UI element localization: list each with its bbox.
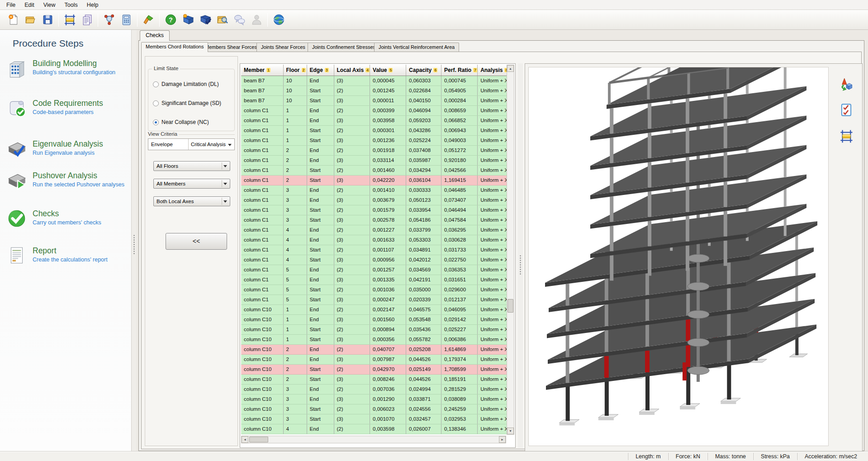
table-row[interactable]: column C101Start(3)0,0003560,0557820,006… [241, 334, 509, 344]
toolbar-open-project-button[interactable] [22, 12, 38, 28]
radio-significant-damage[interactable]: Significant Damage (SD) [153, 100, 221, 106]
col-edge[interactable]: Edge3 [307, 65, 334, 76]
sidebar-item-checks[interactable]: Checks Carry out members' checks [5, 208, 127, 233]
table-row[interactable]: column C11Start(3)0,0012360,0252240,0490… [241, 135, 509, 145]
radio-circle[interactable] [153, 81, 159, 87]
toolbar-examples-button[interactable] [214, 12, 230, 28]
subtab-joints-vertical-reinforcement-area[interactable]: Joints Vertical Reinforcement Area [374, 43, 459, 52]
table-row[interactable]: column C14Start(2)0,0011070,0348910,0317… [241, 245, 509, 255]
table-row[interactable]: column C11End(3)0,0039580,0592030,066852… [241, 115, 509, 125]
sidebar-splitter[interactable] [132, 30, 137, 451]
table-row[interactable]: column C101Start(2)0,0008940,0354360,025… [241, 324, 509, 334]
radio-circle[interactable] [153, 100, 159, 106]
menu-file[interactable]: File [2, 1, 20, 9]
subtab-joints-shear-forces[interactable]: Joints Shear Forces [256, 43, 310, 52]
toolbar-building-modeller-button[interactable] [62, 12, 78, 28]
col-floor[interactable]: Floor2 [283, 65, 307, 76]
scrollbar-thumb[interactable] [249, 437, 268, 442]
table-horizontal-scrollbar[interactable]: ◄ ► [241, 436, 506, 443]
members-dropdown[interactable]: All Members [153, 179, 230, 189]
table-row[interactable]: beam B710End(3)0,0000450,0603030,000745U… [241, 76, 509, 86]
tab-checks[interactable]: Checks [140, 30, 170, 41]
view-splitter[interactable] [518, 63, 523, 448]
table-row[interactable]: column C101End(2)0,0021470,0465750,04609… [241, 304, 509, 314]
toolbar-support-button[interactable] [248, 12, 265, 28]
col-capacity[interactable]: Capacity6 [406, 65, 441, 76]
table-row[interactable]: column C103End(2)0,0070360,0249940,28152… [241, 384, 509, 394]
table-row[interactable]: beam B710Start(2)0,0012450,0226840,05490… [241, 86, 509, 95]
critical-analysis-cell[interactable]: Critical Analysis [189, 142, 234, 147]
table-row[interactable]: column C103End(3)0,0012900,0338710,03808… [241, 394, 509, 404]
col-member[interactable]: Member1 [241, 65, 283, 76]
model-3d-view[interactable] [528, 67, 829, 446]
menu-tools[interactable]: Tools [60, 1, 82, 9]
sidebar-item-report[interactable]: Report Create the calculations' report [5, 245, 127, 270]
toolbar-website-button[interactable] [270, 12, 287, 28]
table-row[interactable]: column C102Start(3)0,0082460,0445260,185… [241, 374, 509, 384]
scroll-down-arrow[interactable]: ▼ [507, 428, 514, 434]
radio-damage-limitation[interactable]: Damage Limitation (DL) [153, 81, 219, 87]
toolbar-save-button[interactable] [39, 12, 56, 28]
member-display-button[interactable] [838, 128, 855, 145]
table-row[interactable]: column C11Start(2)0,0003010,0432860,0069… [241, 125, 509, 135]
subtab-joints-confinement-stresses[interactable]: Joints Confinement Stresses [308, 43, 380, 52]
toolbar-report-button[interactable] [79, 12, 95, 28]
scroll-right-arrow[interactable]: ► [499, 436, 506, 443]
menu-help[interactable]: Help [82, 1, 103, 9]
envelope-analysis-selector[interactable]: Envelope Critical Analysis [148, 138, 235, 150]
table-row[interactable]: column C102Start(2)0,0429700,0251491,708… [241, 364, 509, 374]
toolbar-user-manual-button[interactable] [180, 12, 196, 28]
scroll-left-arrow[interactable]: ◄ [242, 436, 248, 443]
table-row[interactable]: column C15End(2)0,0012570,0345690,036353… [241, 265, 509, 275]
table-row[interactable]: column C104End(2)0,0035980,0260070,13834… [241, 424, 509, 434]
envelope-cell[interactable]: Envelope [148, 142, 188, 147]
table-row[interactable]: column C12Start(2)0,0014600,0342940,0425… [241, 165, 509, 175]
radio-near-collapse[interactable]: Near Collapse (NC) [153, 119, 209, 125]
menu-edit[interactable]: Edit [20, 1, 39, 9]
table-row[interactable]: column C15Start(2)0,0010360,0350000,0296… [241, 285, 509, 295]
table-row[interactable]: column C13Start(3)0,0025780,0541860,0475… [241, 215, 509, 225]
sidebar-item-eigenvalue-analysis[interactable]: Eigenvalue Analysis Run Eigenvalue analy… [5, 138, 127, 163]
floors-dropdown[interactable]: All Floors [153, 161, 230, 171]
table-row[interactable]: column C13End(2)0,0014100,0303330,046485… [241, 185, 509, 195]
collapse-panel-button[interactable]: << [166, 233, 227, 250]
table-row[interactable]: column C101End(3)0,0015600,0535480,02914… [241, 314, 509, 324]
table-row[interactable]: column C102End(2)0,0407070,0252081,61486… [241, 344, 509, 354]
menu-view[interactable]: View [39, 1, 60, 9]
table-row[interactable]: beam B710Start(3)0,0000110,0401500,00028… [241, 95, 509, 105]
table-row[interactable]: column C14Start(3)0,0009560,0420120,0227… [241, 255, 509, 265]
col-value[interactable]: Value5 [370, 65, 406, 76]
view-orientation-button[interactable] [838, 75, 855, 92]
col-perf-ratio[interactable]: Perf. Ratio7 [441, 65, 478, 76]
sidebar-item-pushover-analysis[interactable]: Pushover Analysis Run the selected Pusho… [5, 170, 127, 195]
local-axes-dropdown[interactable]: Both Local Axes [153, 196, 230, 206]
col-local-axis[interactable]: Local Axis4 [334, 65, 370, 76]
table-row[interactable]: column C14End(2)0,0012270,0337990,036295… [241, 225, 509, 235]
table-row[interactable]: column C15End(3)0,0013350,0421910,031651… [241, 275, 509, 285]
col-analysis[interactable]: Analysis8 [478, 65, 509, 76]
toolbar-calculator-button[interactable] [118, 12, 134, 28]
sidebar-item-building-modelling[interactable]: Building Modelling Building's structural… [5, 58, 127, 82]
table-row[interactable]: column C103Start(3)0,0010700,0324570,032… [241, 414, 509, 424]
toolbar-help-button[interactable]: ? [162, 12, 179, 28]
table-row[interactable]: column C102End(3)0,0079870,0445260,17937… [241, 354, 509, 364]
table-row[interactable]: column C13Start(2)0,0015790,0339540,0464… [241, 205, 509, 215]
toolbar-new-project-button[interactable] [5, 12, 21, 28]
table-row[interactable]: column C11End(2)0,0003990,0460940,008659… [241, 105, 509, 115]
table-row[interactable]: column C12End(2)0,0019180,0374080,051272… [241, 145, 509, 155]
toolbar-model-viewer-button[interactable] [101, 12, 117, 28]
sidebar-item-code-requirements[interactable]: Code Requirements Code-based parameters [5, 98, 127, 122]
subtab-members-shear-forces[interactable]: Members Shear Forces [200, 43, 261, 52]
toolbar-bibliography-button[interactable] [197, 12, 213, 28]
radio-circle[interactable] [153, 119, 159, 125]
toolbar-format-brush-button[interactable] [140, 12, 157, 28]
subtab-members-chord-rotations[interactable]: Members Chord Rotations [141, 42, 208, 52]
table-row[interactable]: column C12End(3)0,0331140,0359870,920180… [241, 155, 509, 165]
table-row[interactable]: column C12Start(3)0,0422200,0361041,1694… [241, 175, 509, 185]
table-row[interactable]: column C103Start(2)0,0060230,0245560,245… [241, 404, 509, 414]
scroll-up-arrow[interactable]: ▲ [507, 65, 514, 72]
table-row[interactable]: column C15Start(3)0,0002470,0203390,0121… [241, 295, 509, 304]
toolbar-forum-button[interactable] [231, 12, 247, 28]
table-row[interactable]: column C13End(3)0,0036790,0501230,073407… [241, 195, 509, 205]
scrollbar-thumb[interactable] [508, 299, 513, 313]
